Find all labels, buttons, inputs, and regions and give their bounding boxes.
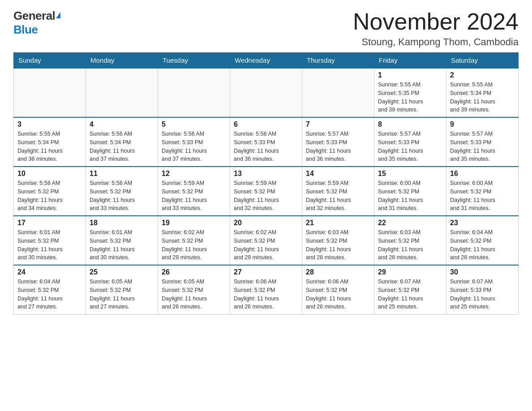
day-info: Sunrise: 5:57 AMSunset: 5:33 PMDaylight:… [306,130,370,163]
day-number: 11 [90,170,154,178]
month-title: November 2024 [353,9,519,34]
calendar-cell: 28Sunrise: 6:06 AMSunset: 5:32 PMDayligh… [302,265,374,314]
day-info: Sunrise: 6:07 AMSunset: 5:32 PMDaylight:… [378,278,442,311]
day-info: Sunrise: 6:06 AMSunset: 5:32 PMDaylight:… [234,278,298,311]
calendar-cell: 25Sunrise: 6:05 AMSunset: 5:32 PMDayligh… [86,265,158,314]
day-number: 26 [162,268,226,276]
calendar-cell: 18Sunrise: 6:01 AMSunset: 5:32 PMDayligh… [86,216,158,265]
page-header: General Blue November 2024 Stoung, Kampo… [13,9,519,48]
calendar-cell [302,68,374,117]
calendar-cell: 11Sunrise: 5:58 AMSunset: 5:32 PMDayligh… [86,167,158,216]
day-number: 3 [17,120,82,128]
day-info: Sunrise: 6:00 AMSunset: 5:32 PMDaylight:… [378,179,442,213]
day-info: Sunrise: 6:02 AMSunset: 5:32 PMDaylight:… [162,228,226,262]
day-number: 29 [378,268,442,276]
calendar-cell: 14Sunrise: 5:59 AMSunset: 5:32 PMDayligh… [302,167,374,216]
day-info: Sunrise: 5:56 AMSunset: 5:33 PMDaylight:… [162,130,226,163]
weekday-header-sunday: Sunday [14,53,86,68]
calendar-cell [86,68,158,117]
title-section: November 2024 Stoung, Kampong Thom, Camb… [353,9,519,48]
calendar-cell: 27Sunrise: 6:06 AMSunset: 5:32 PMDayligh… [230,265,302,314]
day-number: 13 [234,170,298,178]
day-number: 30 [450,268,515,276]
calendar-cell: 23Sunrise: 6:04 AMSunset: 5:32 PMDayligh… [446,216,519,265]
calendar-cell: 12Sunrise: 5:59 AMSunset: 5:32 PMDayligh… [158,167,230,216]
calendar-cell: 30Sunrise: 6:07 AMSunset: 5:33 PMDayligh… [446,265,519,314]
calendar-cell: 3Sunrise: 5:55 AMSunset: 5:34 PMDaylight… [14,117,86,167]
logo: General Blue [13,9,60,37]
calendar-cell: 10Sunrise: 5:58 AMSunset: 5:32 PMDayligh… [14,167,86,216]
day-number: 25 [90,268,154,276]
day-number: 18 [90,219,154,227]
calendar-week-row: 1Sunrise: 5:55 AMSunset: 5:35 PMDaylight… [14,68,519,117]
logo-triangle-icon [56,12,60,18]
day-number: 10 [17,170,82,178]
day-info: Sunrise: 5:58 AMSunset: 5:32 PMDaylight:… [90,179,154,213]
day-info: Sunrise: 6:04 AMSunset: 5:32 PMDaylight:… [450,228,515,262]
calendar-week-row: 17Sunrise: 6:01 AMSunset: 5:32 PMDayligh… [14,216,519,265]
calendar-cell: 9Sunrise: 5:57 AMSunset: 5:33 PMDaylight… [446,117,519,167]
calendar-week-row: 10Sunrise: 5:58 AMSunset: 5:32 PMDayligh… [14,167,519,216]
day-number: 7 [306,120,370,128]
day-number: 16 [450,170,515,178]
day-info: Sunrise: 6:07 AMSunset: 5:33 PMDaylight:… [450,278,515,311]
day-number: 1 [378,71,442,79]
calendar-cell: 22Sunrise: 6:03 AMSunset: 5:32 PMDayligh… [374,216,446,265]
calendar-week-row: 24Sunrise: 6:04 AMSunset: 5:32 PMDayligh… [14,265,519,314]
day-info: Sunrise: 6:01 AMSunset: 5:32 PMDaylight:… [90,228,154,262]
day-number: 22 [378,219,442,227]
calendar-week-row: 3Sunrise: 5:55 AMSunset: 5:34 PMDaylight… [14,117,519,167]
calendar-cell: 24Sunrise: 6:04 AMSunset: 5:32 PMDayligh… [14,265,86,314]
weekday-header-tuesday: Tuesday [158,53,230,68]
calendar-cell: 16Sunrise: 6:00 AMSunset: 5:32 PMDayligh… [446,167,519,216]
calendar-cell [230,68,302,117]
day-info: Sunrise: 5:59 AMSunset: 5:32 PMDaylight:… [162,179,226,213]
day-info: Sunrise: 5:59 AMSunset: 5:32 PMDaylight:… [306,179,370,213]
day-number: 2 [450,71,515,79]
day-number: 9 [450,120,515,128]
day-number: 21 [306,219,370,227]
day-info: Sunrise: 6:03 AMSunset: 5:32 PMDaylight:… [378,228,442,262]
logo-general-text: General [13,9,55,23]
day-number: 4 [90,120,154,128]
location-title: Stoung, Kampong Thom, Cambodia [353,36,519,48]
weekday-header-wednesday: Wednesday [230,53,302,68]
day-info: Sunrise: 6:06 AMSunset: 5:32 PMDaylight:… [306,278,370,311]
weekday-header-saturday: Saturday [446,53,519,68]
calendar-cell: 15Sunrise: 6:00 AMSunset: 5:32 PMDayligh… [374,167,446,216]
day-info: Sunrise: 5:57 AMSunset: 5:33 PMDaylight:… [450,130,515,163]
calendar-header: SundayMondayTuesdayWednesdayThursdayFrid… [14,53,519,68]
calendar-cell [158,68,230,117]
day-number: 14 [306,170,370,178]
calendar-table: SundayMondayTuesdayWednesdayThursdayFrid… [13,52,519,315]
logo-blue-text: Blue [13,23,38,36]
calendar-cell: 21Sunrise: 6:03 AMSunset: 5:32 PMDayligh… [302,216,374,265]
day-number: 19 [162,219,226,227]
day-number: 15 [378,170,442,178]
calendar-cell: 29Sunrise: 6:07 AMSunset: 5:32 PMDayligh… [374,265,446,314]
day-info: Sunrise: 5:55 AMSunset: 5:34 PMDaylight:… [17,130,82,163]
day-info: Sunrise: 6:05 AMSunset: 5:32 PMDaylight:… [162,278,226,311]
day-info: Sunrise: 5:56 AMSunset: 5:33 PMDaylight:… [234,130,298,163]
day-info: Sunrise: 5:58 AMSunset: 5:32 PMDaylight:… [17,179,82,213]
day-info: Sunrise: 5:57 AMSunset: 5:33 PMDaylight:… [378,130,442,163]
day-info: Sunrise: 5:56 AMSunset: 5:34 PMDaylight:… [90,130,154,163]
calendar-cell: 20Sunrise: 6:02 AMSunset: 5:32 PMDayligh… [230,216,302,265]
day-info: Sunrise: 6:00 AMSunset: 5:32 PMDaylight:… [450,179,515,213]
calendar-cell: 26Sunrise: 6:05 AMSunset: 5:32 PMDayligh… [158,265,230,314]
day-number: 17 [17,219,82,227]
calendar-cell: 7Sunrise: 5:57 AMSunset: 5:33 PMDaylight… [302,117,374,167]
day-info: Sunrise: 5:59 AMSunset: 5:32 PMDaylight:… [234,179,298,213]
calendar-cell: 4Sunrise: 5:56 AMSunset: 5:34 PMDaylight… [86,117,158,167]
calendar-cell [14,68,86,117]
calendar-cell: 6Sunrise: 5:56 AMSunset: 5:33 PMDaylight… [230,117,302,167]
day-number: 5 [162,120,226,128]
day-number: 12 [162,170,226,178]
day-number: 8 [378,120,442,128]
day-number: 6 [234,120,298,128]
calendar-cell: 2Sunrise: 5:55 AMSunset: 5:34 PMDaylight… [446,68,519,117]
calendar-cell: 13Sunrise: 5:59 AMSunset: 5:32 PMDayligh… [230,167,302,216]
day-info: Sunrise: 6:05 AMSunset: 5:32 PMDaylight:… [90,278,154,311]
calendar-cell: 5Sunrise: 5:56 AMSunset: 5:33 PMDaylight… [158,117,230,167]
day-info: Sunrise: 6:03 AMSunset: 5:32 PMDaylight:… [306,228,370,262]
